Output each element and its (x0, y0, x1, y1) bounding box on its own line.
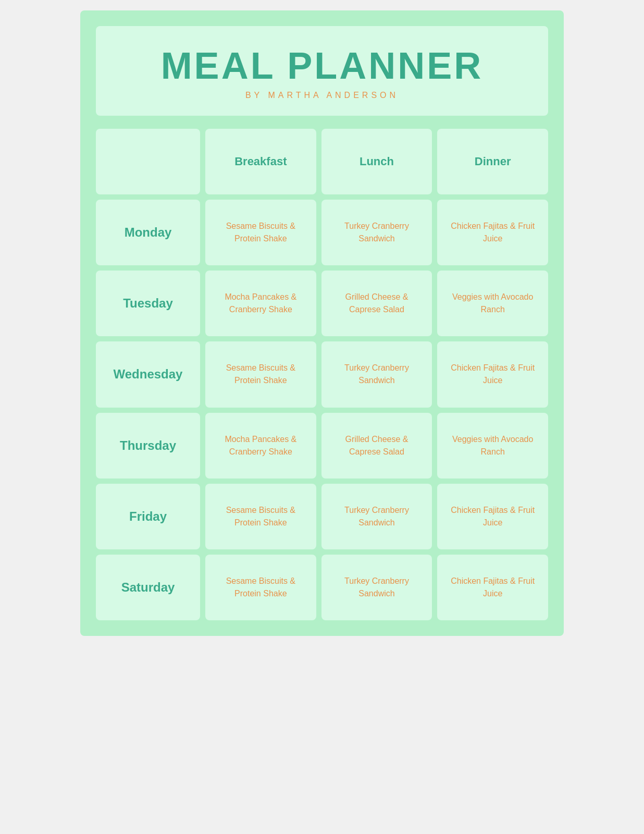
lunch-tuesday: Grilled Cheese & Caprese Salad (321, 271, 432, 336)
header-empty (96, 129, 200, 194)
col-header-breakfast: Breakfast (205, 129, 316, 194)
dinner-saturday: Chicken Fajitas & Fruit Juice (437, 555, 548, 620)
day-tuesday: Tuesday (96, 271, 200, 336)
day-thursday: Thursday (96, 413, 200, 479)
lunch-saturday: Turkey Cranberry Sandwich (321, 555, 432, 620)
planner-grid: Breakfast Lunch Dinner MondaySesame Bisc… (96, 129, 548, 620)
day-saturday: Saturday (96, 555, 200, 620)
breakfast-thursday: Mocha Pancakes & Cranberry Shake (205, 413, 316, 479)
breakfast-monday: Sesame Biscuits & Protein Shake (205, 200, 316, 265)
main-title: MEAL PLANNER (112, 47, 532, 84)
dinner-friday: Chicken Fajitas & Fruit Juice (437, 484, 548, 549)
breakfast-friday: Sesame Biscuits & Protein Shake (205, 484, 316, 549)
header-section: MEAL PLANNER BY MARTHA ANDERSON (96, 26, 548, 116)
col-header-dinner: Dinner (437, 129, 548, 194)
day-friday: Friday (96, 484, 200, 549)
breakfast-tuesday: Mocha Pancakes & Cranberry Shake (205, 271, 316, 336)
day-wednesday: Wednesday (96, 341, 200, 407)
dinner-tuesday: Veggies with Avocado Ranch (437, 271, 548, 336)
day-monday: Monday (96, 200, 200, 265)
lunch-monday: Turkey Cranberry Sandwich (321, 200, 432, 265)
dinner-monday: Chicken Fajitas & Fruit Juice (437, 200, 548, 265)
lunch-thursday: Grilled Cheese & Caprese Salad (321, 413, 432, 479)
breakfast-saturday: Sesame Biscuits & Protein Shake (205, 555, 316, 620)
breakfast-wednesday: Sesame Biscuits & Protein Shake (205, 341, 316, 407)
lunch-wednesday: Turkey Cranberry Sandwich (321, 341, 432, 407)
col-header-lunch: Lunch (321, 129, 432, 194)
dinner-wednesday: Chicken Fajitas & Fruit Juice (437, 341, 548, 407)
dinner-thursday: Veggies with Avocado Ranch (437, 413, 548, 479)
page: MEAL PLANNER BY MARTHA ANDERSON Breakfas… (80, 10, 564, 636)
lunch-friday: Turkey Cranberry Sandwich (321, 484, 432, 549)
subtitle: BY MARTHA ANDERSON (112, 91, 532, 100)
